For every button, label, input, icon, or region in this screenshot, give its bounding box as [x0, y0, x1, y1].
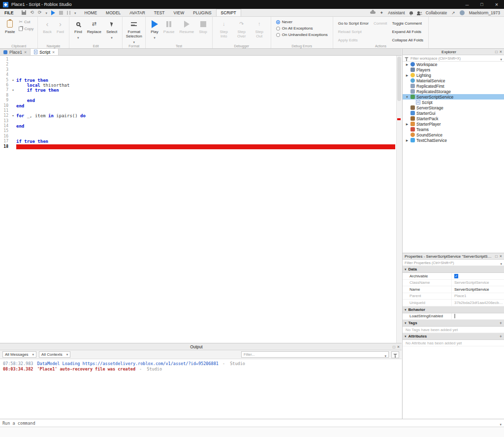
maximize-button[interactable]: [474, 0, 489, 9]
editor-line[interactable]: 14end: [0, 124, 402, 129]
editor-line[interactable]: 15: [0, 129, 402, 134]
redo-icon[interactable]: ⟳: [38, 10, 42, 15]
username-label[interactable]: Maelstorm_1973: [469, 10, 500, 15]
go-to-script-error-button[interactable]: Go to Script Error: [338, 20, 369, 27]
file-menu[interactable]: FILE: [0, 9, 18, 16]
scrollbar-thumb[interactable]: [397, 57, 401, 101]
command-bar-input[interactable]: [2, 421, 498, 426]
chevron-down-icon[interactable]: [500, 54, 502, 63]
messages-filter-dropdown[interactable]: All Messages: [2, 351, 36, 358]
fold-arrow-icon[interactable]: [10, 113, 16, 118]
editor-line[interactable]: 8: [0, 93, 402, 98]
step-out-button[interactable]: Step Out: [251, 19, 268, 39]
user-avatar[interactable]: [460, 10, 465, 15]
notifications-bell-icon[interactable]: [410, 11, 413, 14]
section-attributes[interactable]: Attributes +: [403, 333, 504, 340]
editor-line[interactable]: 7 if true then: [0, 88, 402, 93]
expand-arrow-icon[interactable]: [405, 122, 409, 126]
debug-errors-option-all-exceptions[interactable]: On All Exceptions: [276, 26, 328, 31]
collapse-arrow-icon[interactable]: [405, 96, 409, 99]
error-marker[interactable]: [397, 118, 401, 120]
apply-edits-button[interactable]: Apply Edits: [338, 36, 369, 43]
editor-line[interactable]: 9 end: [0, 98, 402, 103]
editor-line[interactable]: 3: [0, 67, 402, 72]
editor-line-error[interactable]: 18: [0, 144, 402, 149]
editor-line[interactable]: 10end: [0, 103, 402, 108]
explorer-item-players[interactable]: Players: [403, 67, 504, 72]
share-icon[interactable]: [451, 10, 455, 15]
tab-test[interactable]: TEST: [150, 9, 169, 16]
editor-line[interactable]: 5if true then: [0, 78, 402, 83]
select-button[interactable]: Select: [104, 19, 119, 41]
section-behavior[interactable]: Behavior: [403, 306, 504, 313]
forward-button[interactable]: Fwd: [55, 19, 66, 35]
collaborate-button[interactable]: Collaborate: [426, 10, 447, 15]
tab-plugins[interactable]: PLUGINS: [189, 9, 216, 16]
add-attribute-icon[interactable]: +: [500, 334, 502, 339]
editor-line[interactable]: 17if true then: [0, 139, 402, 144]
expand-arrow-icon[interactable]: [405, 73, 409, 77]
output-log[interactable]: 07:58:32.983 DataModel Loading https://a…: [0, 359, 402, 373]
close-tab-icon[interactable]: [24, 50, 27, 55]
editor-line[interactable]: 16: [0, 134, 402, 139]
explorer-item-starterplayer[interactable]: StarterPlayer: [403, 121, 504, 127]
replace-button[interactable]: Replace: [85, 19, 103, 35]
find-button[interactable]: Find: [72, 19, 84, 41]
editor-line[interactable]: 13: [0, 119, 402, 124]
add-tag-icon[interactable]: +: [500, 321, 502, 326]
section-data[interactable]: Data: [403, 266, 504, 273]
play-icon[interactable]: [51, 10, 55, 15]
minimize-button[interactable]: [460, 0, 474, 9]
paste-button[interactable]: Paste: [3, 19, 17, 35]
filter-options-button[interactable]: [391, 351, 399, 358]
tab-script[interactable]: SCRIPT: [216, 9, 241, 16]
loadstringenabled-checkbox[interactable]: [454, 314, 455, 318]
name-value-field[interactable]: ServerScriptService: [452, 287, 504, 292]
editor-line[interactable]: 6 local thisorthat: [0, 83, 402, 88]
chevron-down-icon[interactable]: [500, 419, 502, 428]
editor-line[interactable]: 4: [0, 72, 402, 77]
pause-button[interactable]: Pause: [161, 19, 177, 35]
explorer-item-materialservice[interactable]: MaterialService: [403, 78, 504, 83]
close-button[interactable]: [489, 0, 504, 9]
contexts-filter-dropdown[interactable]: All Contexts: [39, 351, 70, 358]
debug-errors-option-unhandled-exceptions[interactable]: On Unhandled Exceptions: [276, 33, 328, 37]
float-panel-icon[interactable]: [393, 344, 395, 349]
explorer-item-teams[interactable]: Teams: [403, 127, 504, 132]
log-entry[interactable]: 07:58:32.983 DataModel Loading https://a…: [3, 361, 399, 367]
tab-avatar[interactable]: AVATAR: [125, 9, 150, 16]
editor-line[interactable]: 1: [0, 57, 402, 62]
explorer-item-startergui[interactable]: StarterGui: [403, 110, 504, 116]
reload-script-button[interactable]: Reload Script: [338, 28, 369, 35]
float-panel-icon[interactable]: [495, 254, 498, 259]
properties-filter-input[interactable]: [405, 261, 498, 265]
fold-arrow-icon[interactable]: [10, 78, 16, 83]
stop-button[interactable]: Stop: [197, 19, 209, 35]
pause-icon[interactable]: [67, 11, 70, 15]
play-button[interactable]: Play: [149, 19, 160, 41]
expand-arrow-icon[interactable]: [405, 138, 409, 142]
format-selection-button[interactable]: Format Selection: [126, 19, 142, 46]
section-tags[interactable]: Tags +: [403, 320, 504, 327]
back-button[interactable]: Back: [41, 19, 54, 35]
archivable-checkbox[interactable]: [454, 274, 458, 278]
stop-icon[interactable]: [59, 11, 63, 15]
close-panel-icon[interactable]: [397, 344, 400, 349]
explorer-item-script[interactable]: Script: [403, 100, 504, 105]
resume-button[interactable]: Resume: [177, 19, 196, 35]
fold-arrow-icon[interactable]: [10, 88, 16, 93]
toggle-comment-button[interactable]: Toggle Comment: [392, 20, 424, 27]
cut-button[interactable]: Cut: [18, 19, 34, 25]
explorer-item-soundservice[interactable]: SoundService: [403, 132, 504, 137]
doc-tab-script[interactable]: Script: [31, 49, 59, 55]
chevron-down-icon[interactable]: [500, 258, 502, 267]
assistant-button[interactable]: Assistant: [388, 10, 405, 15]
explorer-item-replicatedfirst[interactable]: ReplicatedFirst: [403, 83, 504, 89]
expand-all-folds-button[interactable]: Expand All Folds: [392, 28, 424, 35]
tab-home[interactable]: HOME: [80, 9, 102, 16]
close-tab-icon[interactable]: [52, 50, 55, 55]
editor-scrollbar[interactable]: [396, 56, 402, 343]
expand-arrow-icon[interactable]: [405, 63, 409, 66]
chevron-down-icon[interactable]: [384, 350, 386, 359]
explorer-item-workspace[interactable]: Workspace: [403, 62, 504, 67]
